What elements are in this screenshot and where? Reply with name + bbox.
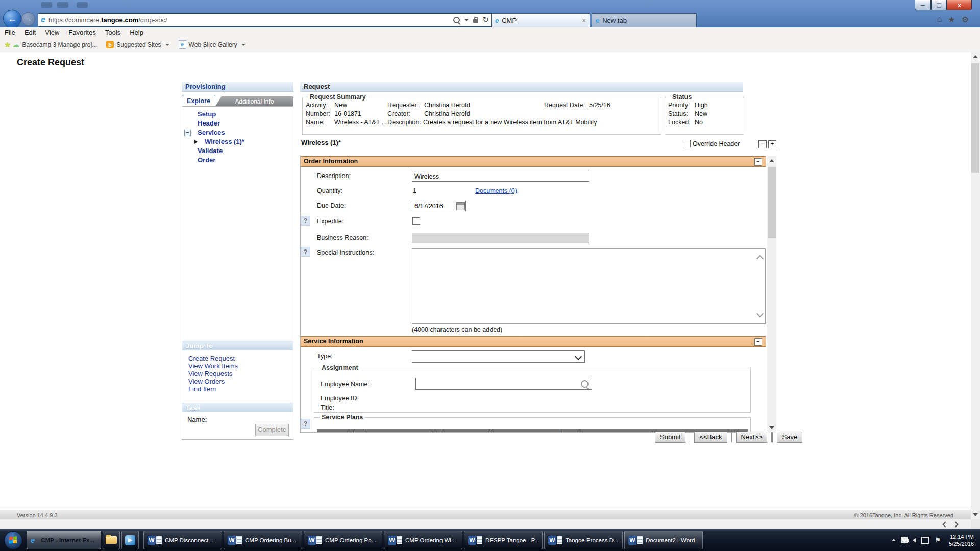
- scroll-up-icon[interactable]: [973, 55, 978, 58]
- clock[interactable]: 12:14 PM 5/25/2016: [946, 533, 974, 547]
- scroll-right-icon[interactable]: [951, 520, 960, 528]
- taskbar-explorer[interactable]: [103, 531, 120, 549]
- version-text: Version 14.4.9.3: [17, 512, 58, 518]
- type-select[interactable]: [412, 350, 585, 363]
- expand-arrow-icon[interactable]: [194, 140, 198, 144]
- start-button[interactable]: [4, 531, 22, 549]
- complete-button[interactable]: Complete: [255, 424, 289, 436]
- expand-all-button[interactable]: +: [768, 140, 776, 148]
- taskbar-word-window[interactable]: W Document2 - Word: [624, 531, 703, 549]
- favorite-basecamp[interactable]: ☁ Basecamp 3 Manage proj...: [12, 40, 97, 49]
- restore-button[interactable]: ▢: [931, 0, 947, 10]
- help-icon[interactable]: ?: [301, 247, 310, 257]
- tab-additional-info[interactable]: Additional Info: [215, 96, 293, 106]
- scroll-down-icon[interactable]: [973, 513, 978, 516]
- tab-label: New tab: [602, 17, 627, 24]
- scroll-down-icon[interactable]: [756, 310, 764, 317]
- link-find-item[interactable]: Find Item: [188, 385, 216, 393]
- search-icon[interactable]: [453, 17, 460, 23]
- minimize-button[interactable]: ─: [915, 0, 931, 10]
- forward-button[interactable]: →: [21, 12, 35, 26]
- tree-item-validate[interactable]: Validate: [182, 146, 293, 156]
- menu-view[interactable]: View: [40, 29, 64, 36]
- description-input[interactable]: [412, 171, 589, 182]
- scroll-thumb[interactable]: [768, 167, 776, 238]
- special-instructions-textarea[interactable]: [412, 248, 766, 324]
- documents-link[interactable]: Documents (0): [475, 187, 517, 194]
- link-view-orders[interactable]: View Orders: [188, 378, 225, 385]
- form-scrollbar[interactable]: [767, 156, 776, 433]
- link-view-requests[interactable]: View Requests: [188, 370, 232, 378]
- horizontal-scrollbar[interactable]: [0, 519, 971, 529]
- home-icon[interactable]: ⌂: [937, 15, 942, 24]
- volume-icon[interactable]: [913, 538, 916, 543]
- taskbar-word-window[interactable]: W DESPP Tangoe - P...: [464, 531, 543, 549]
- tree-item-order[interactable]: Order: [182, 156, 293, 165]
- word-icon: W: [308, 536, 322, 545]
- description-label: Description:: [317, 172, 351, 180]
- submit-button[interactable]: Submit: [655, 432, 685, 443]
- menu-help[interactable]: Help: [125, 29, 148, 36]
- vertical-scrollbar[interactable]: [971, 52, 980, 519]
- back-button[interactable]: ←: [3, 10, 21, 28]
- override-header-checkbox[interactable]: [683, 140, 691, 147]
- tree-item-setup[interactable]: Setup: [182, 110, 293, 119]
- menu-tools[interactable]: Tools: [101, 29, 125, 36]
- link-create-request[interactable]: Create Request: [188, 355, 235, 362]
- menu-edit[interactable]: Edit: [20, 29, 40, 36]
- close-button[interactable]: x: [947, 0, 972, 10]
- scroll-thumb[interactable]: [971, 63, 979, 173]
- taskbar-media-player[interactable]: ▶: [121, 531, 139, 549]
- scroll-down-icon[interactable]: [769, 426, 774, 429]
- tab-label: CMP: [502, 17, 517, 24]
- help-icon[interactable]: ?: [301, 216, 310, 226]
- calendar-icon[interactable]: [456, 202, 465, 210]
- taskbar-word-window[interactable]: W Tangoe Process D...: [544, 531, 623, 549]
- collapse-section-icon[interactable]: −: [754, 338, 762, 346]
- favorite-suggested-sites[interactable]: b Suggested Sites: [106, 41, 169, 48]
- settings-gear-icon[interactable]: ⚙: [962, 15, 969, 24]
- add-favorite-icon[interactable]: ★: [4, 40, 11, 49]
- taskbar-word-window[interactable]: W CMP Ordering Bu...: [224, 531, 302, 549]
- collapse-section-icon[interactable]: −: [754, 158, 762, 166]
- tree-item-services[interactable]: − Services: [182, 128, 293, 137]
- assignment-legend: Assignment: [320, 364, 360, 371]
- menu-file[interactable]: File: [0, 29, 20, 36]
- scroll-up-icon[interactable]: [756, 255, 764, 262]
- next-step-button[interactable]: Next>>: [736, 432, 768, 443]
- chevron-down-icon[interactable]: [464, 19, 469, 21]
- tab-explore[interactable]: Explore: [182, 95, 215, 107]
- tab-new[interactable]: e New tab: [592, 13, 697, 27]
- save-button[interactable]: Save: [777, 432, 802, 443]
- taskbar-ie-window[interactable]: e CMP - Internet Ex...: [27, 531, 101, 549]
- collapse-all-button[interactable]: −: [758, 140, 767, 148]
- link-view-work-items[interactable]: View Work Items: [188, 362, 238, 370]
- refresh-icon[interactable]: ↻: [482, 15, 489, 24]
- status-field: Status:New: [668, 110, 707, 117]
- scroll-up-icon[interactable]: [769, 159, 774, 162]
- expedite-checkbox[interactable]: [412, 217, 420, 225]
- tree-item-header[interactable]: Header: [182, 119, 293, 128]
- tree-item-wireless[interactable]: Wireless (1)*: [182, 137, 293, 146]
- employee-name-input[interactable]: [415, 378, 592, 390]
- scroll-left-icon[interactable]: [941, 520, 949, 528]
- flag-icon[interactable]: ⚑: [935, 536, 941, 544]
- back-step-button[interactable]: <<Back: [694, 432, 727, 443]
- order-information-header[interactable]: Order Information −: [300, 156, 766, 167]
- tab-cmp[interactable]: e CMP ×: [491, 13, 590, 27]
- show-hidden-icons[interactable]: [892, 539, 896, 541]
- menu-bar: File Edit View Favorites Tools Help: [0, 27, 980, 37]
- menu-favorites[interactable]: Favorites: [64, 29, 100, 36]
- collapse-node-icon[interactable]: −: [184, 130, 191, 136]
- search-icon[interactable]: [581, 380, 589, 388]
- favorite-web-slice[interactable]: e Web Slice Gallery: [179, 40, 246, 49]
- taskbar-word-window[interactable]: W CMP Disconnect ...: [143, 531, 222, 549]
- network-icon[interactable]: [921, 537, 929, 544]
- favorites-star-icon[interactable]: ★: [948, 15, 955, 24]
- taskbar-word-window[interactable]: W CMP Ordering Wi...: [384, 531, 462, 549]
- taskbar-word-window[interactable]: W CMP Ordering Po...: [304, 531, 382, 549]
- address-bar[interactable]: e https://commcare.tangoe.com/cmp-soc/ ↻: [38, 13, 492, 27]
- help-icon[interactable]: ?: [301, 419, 310, 429]
- close-tab-icon[interactable]: ×: [582, 17, 586, 24]
- service-information-header[interactable]: Service Information −: [300, 336, 766, 347]
